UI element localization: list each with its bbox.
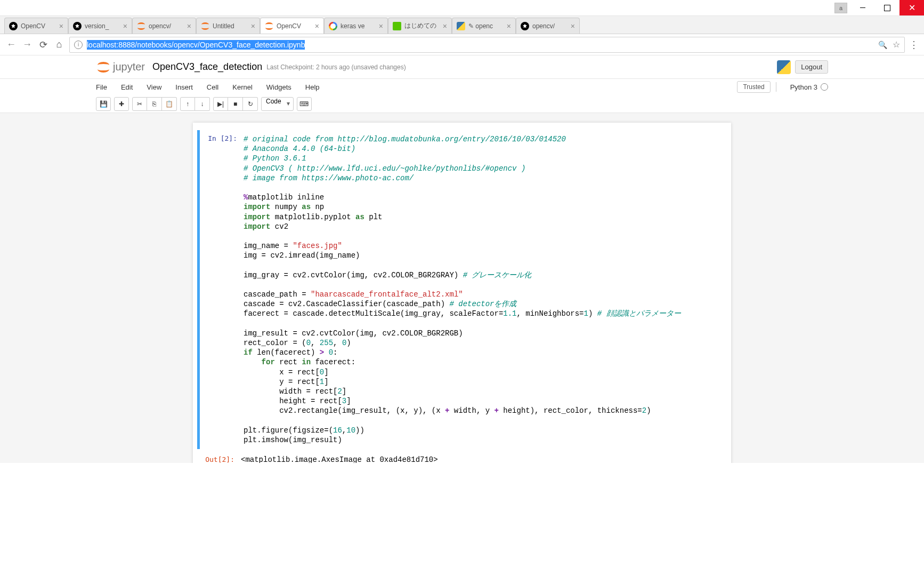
logout-button[interactable]: Logout [795, 60, 828, 74]
github-icon [521, 22, 529, 30]
jupyter-menubar: File Edit View Insert Cell Kernel Widget… [0, 79, 924, 95]
page-viewport: jupyter OpenCV3_face_detection Last Chec… [0, 55, 924, 463]
menu-edit[interactable]: Edit [121, 83, 133, 91]
python-icon [777, 60, 791, 74]
close-icon[interactable]: × [251, 22, 255, 30]
github-icon [73, 22, 82, 30]
menu-help[interactable]: Help [305, 83, 320, 91]
menu-insert[interactable]: Insert [175, 83, 193, 91]
menu-cell[interactable]: Cell [207, 83, 218, 91]
address-bar[interactable]: i localhost:8888/notebooks/opencv/OpenCV… [69, 37, 905, 53]
jupyter-toolbar: 💾 ✚ ✂ ⎘ 📋 ↑ ↓ ▶| ■ ↻ Code ⌨ [0, 95, 924, 113]
window-titlebar: a ✕ [0, 0, 924, 16]
site-info-icon[interactable]: i [74, 41, 83, 49]
menu-view[interactable]: View [147, 83, 161, 91]
cut-button[interactable]: ✂ [132, 97, 147, 111]
celltype-select[interactable]: Code [261, 97, 294, 111]
run-button[interactable]: ▶| [213, 97, 228, 111]
kernel-indicator[interactable]: Python 3 [790, 83, 828, 91]
browser-menu-button[interactable]: ⋮ [909, 39, 919, 51]
url-text: localhost:8888/notebooks/opencv/OpenCV3_… [87, 40, 305, 50]
browser-tab-strip: OpenCV× version_× opencv/× Untitled× Ope… [0, 16, 924, 34]
close-icon[interactable]: × [123, 22, 127, 30]
checkpoint-status: Last Checkpoint: 2 hours ago (unsaved ch… [266, 63, 406, 71]
add-cell-button[interactable]: ✚ [114, 97, 129, 111]
notebook-name[interactable]: OpenCV3_face_detection [152, 61, 262, 73]
kernel-status-icon [821, 83, 828, 91]
window-close-button[interactable]: ✕ [899, 0, 924, 15]
zoom-icon[interactable]: 🔍 [878, 41, 887, 49]
copy-button[interactable]: ⎘ [147, 97, 162, 111]
jupyter-icon [265, 22, 273, 30]
browser-tab-3[interactable]: Untitled× [196, 18, 260, 34]
input-prompt: In [2]: [200, 132, 241, 447]
google-icon [329, 22, 337, 30]
save-button[interactable]: 💾 [96, 97, 111, 111]
jupyter-header: jupyter OpenCV3_face_detection Last Chec… [0, 55, 924, 79]
code-input-area[interactable]: # original code from http://blog.mudatob… [241, 132, 727, 447]
window-maximize-button[interactable] [875, 0, 899, 15]
browser-tab-7[interactable]: ✎ openc× [452, 18, 516, 34]
close-icon[interactable]: × [571, 22, 575, 30]
move-up-button[interactable]: ↑ [180, 97, 195, 111]
python-icon [457, 22, 465, 30]
move-down-button[interactable]: ↓ [195, 97, 210, 111]
browser-toolbar: ← → ⟳ ⌂ i localhost:8888/notebooks/openc… [0, 34, 924, 55]
menu-widgets[interactable]: Widgets [266, 83, 291, 91]
jupyter-logo[interactable]: jupyter [96, 60, 145, 75]
notebook-container: In [2]: # original code from http://blog… [193, 123, 731, 463]
browser-tab-0[interactable]: OpenCV× [4, 18, 68, 34]
back-button[interactable]: ← [5, 39, 17, 51]
browser-tab-8[interactable]: opencv/× [516, 18, 580, 34]
close-icon[interactable]: × [315, 22, 319, 30]
qiita-icon [393, 22, 401, 30]
close-icon[interactable]: × [379, 22, 383, 30]
jupyter-icon [201, 22, 209, 30]
bookmark-icon[interactable]: ☆ [893, 39, 900, 50]
browser-tab-2[interactable]: opencv/× [132, 18, 196, 34]
command-palette-button[interactable]: ⌨ [297, 97, 312, 111]
menu-file[interactable]: File [96, 83, 107, 91]
output-text: <matplotlib.image.AxesImage at 0xad4e81d… [241, 455, 723, 463]
close-icon[interactable]: × [507, 22, 511, 30]
code-cell[interactable]: In [2]: # original code from http://blog… [197, 130, 727, 449]
reload-button[interactable]: ⟳ [37, 39, 49, 51]
forward-button[interactable]: → [21, 39, 33, 51]
jupyter-logo-icon [96, 60, 111, 75]
close-icon[interactable]: × [59, 22, 63, 30]
close-icon[interactable]: × [443, 22, 447, 30]
home-button[interactable]: ⌂ [53, 39, 65, 51]
trusted-badge[interactable]: Trusted [737, 81, 770, 93]
output-prompt: Out[2]: [197, 453, 239, 463]
browser-tab-1[interactable]: version_× [68, 18, 132, 34]
close-icon[interactable]: × [187, 22, 191, 30]
browser-tab-5[interactable]: keras ve× [324, 18, 388, 34]
extension-badge[interactable]: a [834, 3, 847, 13]
interrupt-button[interactable]: ■ [228, 97, 243, 111]
github-icon [9, 22, 18, 30]
jupyter-icon [137, 22, 145, 30]
output-cell: Out[2]: <matplotlib.image.AxesImage at 0… [197, 451, 727, 463]
browser-tab-4[interactable]: OpenCV× [260, 18, 324, 34]
restart-button[interactable]: ↻ [243, 97, 258, 111]
paste-button[interactable]: 📋 [162, 97, 177, 111]
browser-tab-6[interactable]: はじめての× [388, 18, 452, 34]
menu-kernel[interactable]: Kernel [232, 83, 253, 91]
window-minimize-button[interactable] [850, 0, 875, 15]
